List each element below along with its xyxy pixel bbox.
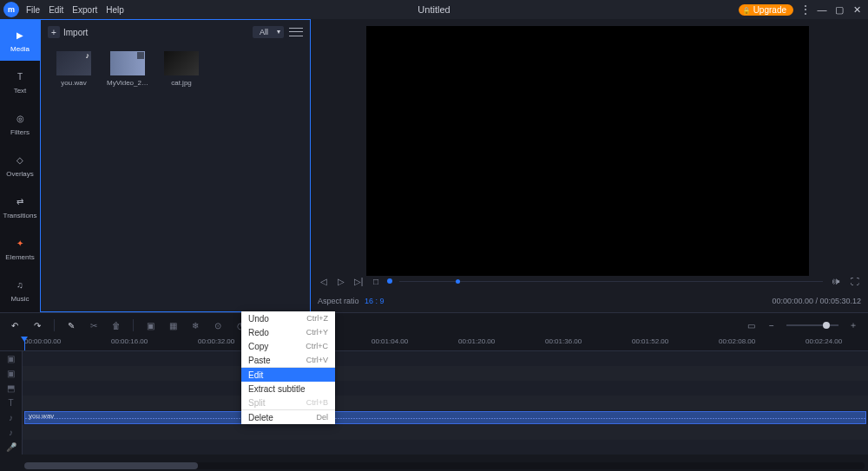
ctx-extract-subtitle[interactable]: Extract subtitle — [241, 382, 335, 396]
aspect-ratio-label[interactable]: Aspect ratio 16 : 9 — [318, 297, 385, 305]
prev-frame-button[interactable]: ◁ — [318, 275, 330, 287]
volume-icon[interactable]: 🕪 — [830, 275, 842, 287]
ruler-tick: 00:00:32.00 — [198, 337, 234, 345]
sidebar-item-filters[interactable]: ◎ Filters — [0, 102, 40, 144]
track-voice[interactable]: 🎤 — [0, 440, 868, 455]
sidebar-item-music[interactable]: ♫ Music — [0, 269, 40, 311]
media-item-audio[interactable]: you.wav — [55, 51, 93, 87]
transitions-icon: ⇄ — [12, 193, 28, 209]
filters-icon: ◎ — [12, 110, 28, 126]
thumbnail-icon — [110, 51, 145, 75]
media-item-label: MyVideo_2… — [107, 79, 148, 87]
next-frame-button[interactable]: ▷| — [352, 275, 365, 287]
document-title: Untitled — [418, 4, 450, 15]
menu-help[interactable]: Help — [106, 5, 124, 15]
tracks: ▣ ▣ ⬒ T ♪ you.wav ♪ 🎤 — [0, 351, 868, 461]
track-audio-2[interactable]: ♪ — [0, 425, 868, 440]
sidebar-item-media[interactable]: ▶ Media — [0, 19, 40, 61]
list-view-icon[interactable] — [289, 26, 303, 38]
redo-button[interactable]: ↷ — [31, 319, 43, 331]
fullscreen-icon[interactable]: ⛶ — [849, 275, 861, 287]
ctx-delete[interactable]: DeleteDel — [241, 410, 335, 424]
media-toolbar: + Import All — [41, 20, 310, 44]
ruler-tick: 00:01:20.00 — [458, 337, 495, 345]
stop-button[interactable]: □ — [370, 275, 382, 287]
scrollbar-thumb[interactable] — [24, 462, 198, 469]
timeline-scrollbar[interactable] — [24, 462, 865, 469]
preview-canvas[interactable] — [366, 26, 809, 276]
ctx-paste[interactable]: PasteCtrl+V — [241, 353, 335, 367]
track-text[interactable]: T — [0, 396, 868, 410]
ruler-tick: 00:02:24.00 — [806, 337, 842, 345]
time-display: 00:00:00.00 / 00:05:30.12 — [772, 297, 861, 305]
text-icon: T — [12, 69, 28, 84]
undo-button[interactable]: ↶ — [9, 319, 21, 331]
menu-edit[interactable]: Edit — [49, 5, 63, 15]
close-button[interactable]: ✕ — [851, 3, 863, 16]
more-icon[interactable]: ⋮ — [799, 3, 811, 16]
overlays-icon: ◇ — [12, 152, 28, 167]
ruler-tick: 00:02:08.00 — [719, 337, 755, 345]
audio-track-icon: ♪ — [0, 425, 23, 440]
ctx-split: SplitCtrl+B — [241, 396, 335, 409]
ruler-tick: 00:01:36.00 — [545, 337, 582, 345]
menu-export[interactable]: Export — [72, 5, 97, 15]
preview-panel: ◁ ▷ ▷| □ 🕪 ⛶ Aspect ratio 16 : 9 00:00:0… — [311, 19, 868, 312]
delete-button[interactable]: 🗑 — [110, 319, 122, 331]
zoom-in-button[interactable]: ＋ — [847, 319, 859, 331]
music-icon: ♫ — [12, 277, 28, 292]
elements-icon: ✦ — [12, 235, 28, 251]
menu-file[interactable]: File — [26, 5, 40, 15]
preview-progress[interactable] — [399, 281, 823, 282]
media-grid: you.wav MyVideo_2… cat.jpg — [41, 44, 310, 94]
mosaic-button[interactable]: ▦ — [167, 319, 179, 331]
import-label: Import — [63, 28, 88, 37]
media-item-label: you.wav — [53, 79, 95, 87]
import-button[interactable]: + Import — [48, 26, 88, 38]
sidebar-item-elements[interactable]: ✦ Elements — [0, 227, 40, 269]
text-track-icon: T — [0, 396, 23, 410]
play-icon: ▶ — [12, 27, 28, 43]
play-button[interactable]: ▷ — [335, 275, 347, 287]
track-overlay[interactable]: ⬒ — [0, 381, 868, 396]
split-button[interactable]: ✂ — [88, 319, 100, 331]
timeline-toolbar: ↶ ↷ ✎ ✂ 🗑 ▣ ▦ ❄ ⊙ ◔ ⭱ ▭ − ＋ — [0, 313, 868, 337]
track-video-1[interactable]: ▣ — [0, 366, 868, 381]
track-video-2[interactable]: ▣ — [0, 351, 868, 366]
audio-clip[interactable]: you.wav — [24, 411, 866, 424]
media-item-video[interactable]: MyVideo_2… — [108, 51, 147, 87]
play-controls: ◁ ▷ ▷| □ 🕪 ⛶ — [318, 272, 861, 290]
timeline: ↶ ↷ ✎ ✂ 🗑 ▣ ▦ ❄ ⊙ ◔ ⭱ ▭ − ＋ 00:00:00.00 … — [0, 312, 868, 471]
thumbnail-icon — [164, 51, 199, 75]
playhead[interactable] — [24, 337, 25, 350]
speed-button[interactable]: ⊙ — [212, 319, 224, 331]
ctx-copy[interactable]: CopyCtrl+C — [241, 339, 335, 353]
timeline-ruler[interactable]: 00:00:00.00 00:00:16.00 00:00:32.00 00:0… — [0, 337, 868, 351]
sidebar-item-overlays[interactable]: ◇ Overlays — [0, 144, 40, 186]
sidebar-label: Filters — [10, 128, 30, 136]
lock-icon — [742, 5, 751, 15]
upgrade-label: Upgrade — [753, 5, 786, 15]
ctx-undo[interactable]: UndoCtrl+Z — [241, 311, 335, 325]
sidebar-item-text[interactable]: T Text — [0, 61, 40, 102]
media-filter-dropdown[interactable]: All — [253, 26, 284, 38]
freeze-button[interactable]: ❄ — [189, 319, 201, 331]
edit-tool-button[interactable]: ✎ — [65, 319, 77, 331]
sidebar-label: Elements — [5, 253, 34, 261]
minimize-button[interactable]: — — [816, 3, 828, 16]
zoom-out-button[interactable]: − — [766, 319, 778, 331]
zoom-slider[interactable] — [786, 324, 838, 326]
ctx-edit[interactable]: Edit — [241, 368, 335, 382]
audio-track-icon: ♪ — [0, 410, 23, 425]
sidebar: ▶ Media T Text ◎ Filters ◇ Overlays ⇄ Tr… — [0, 19, 40, 312]
maximize-button[interactable]: ▢ — [833, 3, 845, 16]
fit-button[interactable]: ▭ — [745, 319, 757, 331]
sidebar-item-transitions[interactable]: ⇄ Transitions — [0, 186, 40, 227]
upgrade-button[interactable]: Upgrade — [739, 4, 793, 16]
crop-button[interactable]: ▣ — [144, 319, 156, 331]
ruler-tick: 00:00:16.00 — [111, 337, 148, 345]
ruler-tick: 00:01:04.00 — [372, 337, 408, 345]
media-item-image[interactable]: cat.jpg — [162, 51, 201, 87]
ctx-redo[interactable]: RedoCtrl+Y — [241, 325, 335, 339]
track-audio[interactable]: ♪ you.wav — [0, 410, 868, 425]
